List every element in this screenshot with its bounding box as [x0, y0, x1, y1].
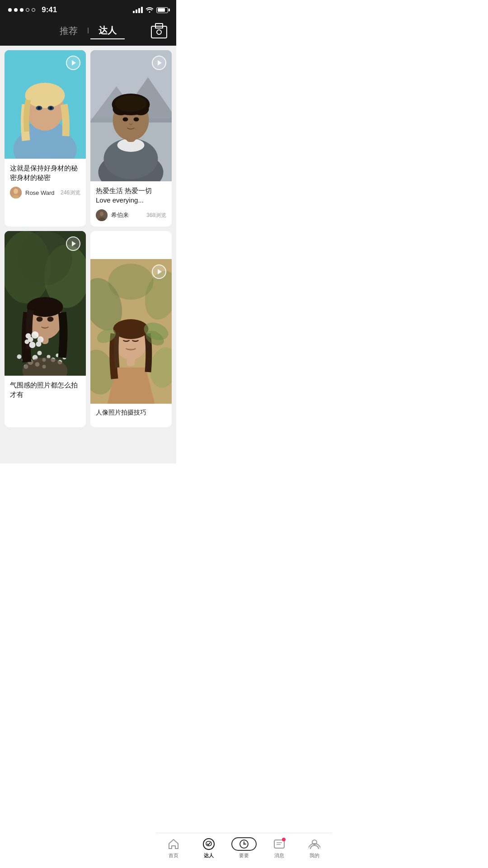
play-triangle: [72, 60, 76, 66]
play-button-3[interactable]: [66, 236, 80, 251]
svg-point-6: [25, 83, 65, 108]
svg-point-26: [115, 95, 147, 112]
card-2-meta: 希伯来 368浏览: [96, 209, 166, 221]
card-2[interactable]: 热爱生活 热爱一切 Love everying... 希伯来 368浏览: [90, 50, 172, 226]
card-1-info: 这就是保持好身材的秘密身材的秘密 Rose Ward 246浏览: [5, 159, 86, 204]
card-3[interactable]: 气围感的照片都怎么拍才有: [5, 231, 86, 427]
status-left: 9:41: [8, 5, 57, 14]
play-button-4[interactable]: [152, 264, 166, 279]
svg-point-61: [29, 342, 36, 348]
status-time: 9:41: [42, 5, 57, 14]
camera-icon: [151, 26, 167, 38]
nav-home[interactable]: 首页: [156, 838, 176, 859]
play-button-1[interactable]: [66, 56, 80, 70]
card-2-author: 希伯来: [111, 211, 143, 219]
svg-point-37: [38, 351, 42, 355]
battery-icon: [156, 7, 168, 13]
header-divider: I: [86, 26, 90, 36]
svg-point-28: [134, 118, 139, 122]
header: 推荐 I 达人: [0, 18, 176, 46]
svg-point-62: [25, 340, 29, 344]
play-button-2[interactable]: [152, 56, 166, 70]
card-3-image: [5, 231, 86, 376]
card-3-title: 气围感的照片都怎么拍才有: [10, 380, 80, 399]
card-4-image: [90, 259, 172, 404]
header-tabs: 推荐 I 达人: [52, 23, 124, 39]
card-1[interactable]: 这就是保持好身材的秘密身材的秘密 Rose Ward 246浏览: [5, 50, 86, 226]
card-4-info: 人像照片拍摄技巧: [90, 404, 172, 427]
tab-recommended[interactable]: 推荐: [52, 23, 86, 39]
svg-point-63: [26, 333, 31, 339]
dot-1: [8, 8, 12, 12]
card-1-author: Rose Ward: [25, 189, 57, 196]
card-2-avatar: [96, 209, 108, 221]
play-triangle-4: [158, 269, 162, 274]
svg-point-27: [123, 118, 128, 122]
dot-3: [20, 8, 23, 12]
svg-point-68: [108, 264, 154, 300]
svg-point-12: [14, 189, 18, 194]
play-triangle-3: [72, 241, 76, 246]
camera-button[interactable]: [151, 26, 167, 38]
card-4[interactable]: 人像照片拍摄技巧: [90, 231, 172, 427]
wifi-icon: [145, 6, 154, 14]
status-right: [133, 6, 168, 14]
card-2-views: 368浏览: [146, 212, 166, 219]
tab-daren[interactable]: 达人: [90, 23, 125, 39]
home-icon: [167, 838, 176, 850]
card-1-avatar: [10, 187, 22, 198]
card-3-info: 气围感的照片都怎么拍才有: [5, 376, 86, 409]
card-4-title: 人像照片拍摄技巧: [96, 408, 166, 417]
bottom-nav: 首页 达人 要要: [156, 833, 176, 868]
play-triangle-2: [158, 60, 162, 66]
card-1-title: 这就是保持好身材的秘密身材的秘密: [10, 163, 80, 182]
signal-icon: [133, 7, 143, 13]
svg-point-30: [100, 212, 103, 216]
dot-2: [14, 8, 18, 12]
card-2-title: 热爱生活 热爱一切 Love everying...: [96, 186, 166, 205]
dot-5: [32, 8, 35, 12]
svg-point-10: [50, 107, 52, 109]
content-grid: 这就是保持好身材的秘密身材的秘密 Rose Ward 246浏览: [0, 46, 176, 463]
status-bar: 9:41: [0, 0, 176, 18]
svg-point-44: [17, 354, 22, 359]
nav-home-label: 首页: [169, 852, 176, 859]
card-1-image: [5, 50, 86, 159]
card-2-info: 热爱生活 热爱一切 Love everying... 希伯来 368浏览: [90, 181, 172, 226]
svg-point-35: [18, 231, 72, 285]
svg-point-57: [32, 331, 39, 339]
svg-point-55: [37, 317, 43, 322]
card-1-meta: Rose Ward 246浏览: [10, 187, 80, 198]
svg-point-56: [47, 317, 54, 322]
dot-4: [26, 8, 29, 12]
svg-point-60: [36, 341, 42, 347]
camera-lens: [156, 29, 162, 35]
card-1-views: 246浏览: [61, 189, 80, 197]
card-2-image: [90, 50, 172, 181]
svg-point-9: [38, 107, 41, 109]
